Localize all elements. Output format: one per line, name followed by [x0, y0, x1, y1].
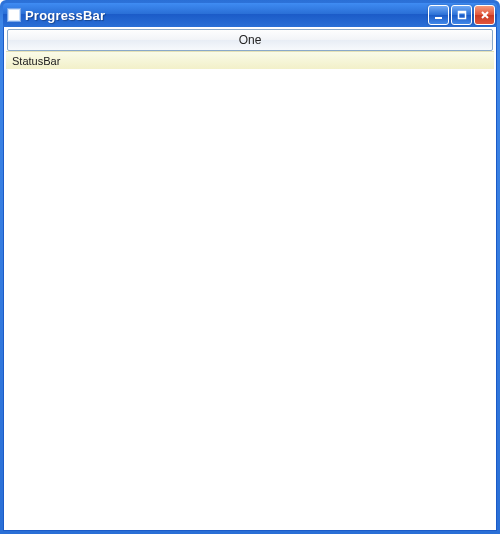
app-icon [7, 8, 21, 22]
window-frame: ProgressBar One [0, 0, 500, 534]
minimize-button[interactable] [428, 5, 449, 25]
titlebar[interactable]: ProgressBar [3, 3, 497, 27]
content-area [6, 69, 494, 530]
minimize-icon [434, 10, 444, 20]
maximize-button[interactable] [451, 5, 472, 25]
close-button[interactable] [474, 5, 495, 25]
tab-header-one[interactable]: One [7, 29, 493, 51]
window-controls [428, 5, 495, 25]
close-icon [480, 10, 490, 20]
status-bar: StatusBar [6, 51, 494, 69]
window-title: ProgressBar [25, 8, 428, 23]
tab-header-label: One [239, 33, 262, 47]
svg-rect-2 [458, 12, 465, 14]
svg-rect-0 [435, 17, 442, 19]
client-area: One StatusBar [3, 27, 497, 531]
status-bar-text: StatusBar [12, 55, 60, 67]
maximize-icon [457, 10, 467, 20]
